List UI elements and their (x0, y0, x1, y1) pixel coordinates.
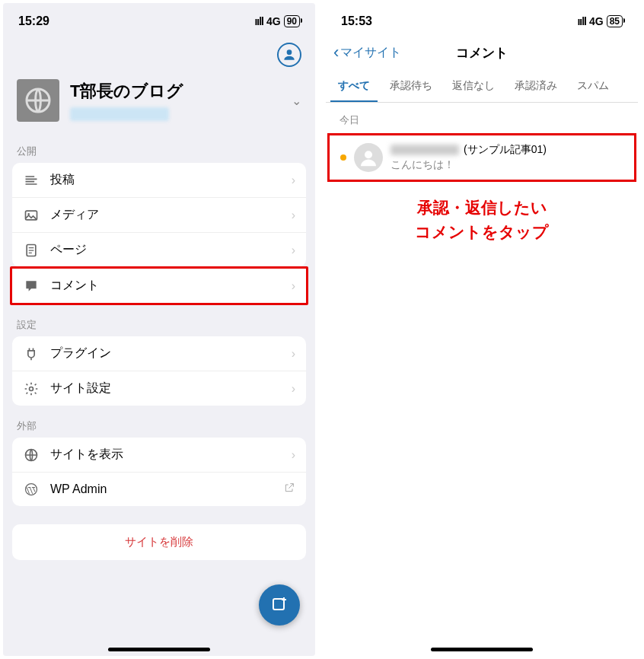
chevron-right-icon: › (292, 279, 295, 293)
media-icon (23, 208, 40, 223)
status-bar: 15:29 ııll 4G 90 (3, 3, 315, 37)
tab-all[interactable]: すべて (330, 72, 378, 102)
pending-dot-icon (340, 154, 346, 161)
phone-right: 15:53 ııll 4G 85 ‹ マイサイト コメント すべて 承認待ち 返… (326, 3, 638, 656)
row-label: メディア (50, 207, 99, 223)
nav-header: ‹ マイサイト コメント (326, 37, 638, 72)
globe-icon (23, 447, 40, 463)
row-pages[interactable]: ページ › (12, 233, 306, 267)
plugin-icon (23, 346, 40, 361)
chevron-down-icon[interactable]: ⌄ (292, 94, 301, 108)
tab-spam[interactable]: スパム (569, 72, 617, 102)
row-wp-admin[interactable]: WP Admin (12, 473, 306, 506)
account-row (3, 37, 315, 73)
status-right: ııll 4G 85 (577, 15, 623, 27)
compose-icon (270, 596, 289, 614)
back-label: マイサイト (340, 45, 401, 61)
row-plugins[interactable]: プラグイン › (12, 336, 306, 371)
group-publish: 投稿 › メディア › ページ › (12, 163, 306, 267)
wordpress-icon (23, 482, 40, 497)
site-title: T部長のブログ (70, 80, 183, 103)
account-button[interactable] (277, 43, 301, 67)
tab-pending[interactable]: 承認待ち (382, 72, 440, 102)
row-view-site[interactable]: サイトを表示 › (12, 438, 306, 473)
chevron-right-icon: › (292, 448, 295, 462)
section-publish-label: 公開 (3, 131, 315, 163)
tab-approved[interactable]: 承認済み (507, 72, 565, 102)
status-time: 15:53 (341, 14, 372, 28)
person-icon (282, 47, 297, 62)
globe-icon (24, 87, 52, 114)
chevron-right-icon: › (292, 347, 295, 361)
gear-icon (23, 381, 40, 396)
chevron-right-icon: › (292, 244, 295, 257)
comment-post-title: (サンプル記事01) (464, 143, 547, 157)
section-external-label: 外部 (3, 406, 315, 438)
signal-icon: ııll (577, 15, 586, 27)
author-blurred (391, 145, 459, 155)
comment-row-highlighted[interactable]: (サンプル記事01) こんにちは！ (327, 133, 636, 182)
delete-site-button[interactable]: サイトを削除 (12, 524, 306, 560)
site-info: T部長のブログ (70, 80, 183, 121)
home-indicator[interactable] (431, 648, 533, 651)
posts-icon (23, 173, 40, 188)
svg-rect-8 (273, 599, 284, 610)
row-comments[interactable]: コメント › (12, 269, 306, 303)
row-media[interactable]: メディア › (12, 198, 306, 233)
filter-tabs: すべて 承認待ち 返信なし 承認済み スパム (326, 72, 638, 103)
external-link-icon (283, 482, 295, 497)
svg-point-9 (365, 151, 372, 158)
pages-icon (23, 243, 40, 258)
comment-header: (サンプル記事01) (391, 143, 623, 157)
section-settings-label: 設定 (3, 304, 315, 336)
row-label: WP Admin (50, 482, 107, 496)
page-title: コメント (456, 44, 508, 62)
person-icon (357, 146, 380, 169)
row-posts[interactable]: 投稿 › (12, 163, 306, 198)
delete-label: サイトを削除 (125, 535, 193, 548)
row-label: ページ (50, 242, 87, 258)
chevron-right-icon: › (292, 174, 295, 187)
compose-fab[interactable] (259, 584, 300, 626)
row-label: プラグイン (50, 345, 111, 361)
comment-icon (23, 279, 40, 294)
site-header[interactable]: T部長のブログ ⌄ (3, 73, 315, 131)
avatar (354, 143, 383, 172)
site-url-blurred (70, 107, 169, 121)
annotation: 承認・返信したい コメントをタップ (326, 196, 638, 244)
phone-left: 15:29 ııll 4G 90 T部長のブログ ⌄ 公開 投稿 › メディア (3, 3, 315, 656)
group-settings: プラグイン › サイト設定 › (12, 336, 306, 406)
signal-icon: ııll (254, 15, 263, 27)
network-label: 4G (589, 15, 604, 27)
comment-body: (サンプル記事01) こんにちは！ (391, 143, 623, 172)
status-right: ııll 4G 90 (254, 15, 300, 27)
date-group-label: 今日 (326, 103, 638, 133)
battery-icon: 85 (607, 15, 623, 27)
group-external: サイトを表示 › WP Admin (12, 438, 306, 506)
comment-text: こんにちは！ (391, 158, 623, 172)
chevron-left-icon: ‹ (333, 43, 339, 62)
row-label: サイト設定 (50, 380, 111, 396)
row-label: コメント (50, 278, 99, 294)
chevron-right-icon: › (292, 382, 295, 396)
network-label: 4G (266, 15, 281, 27)
row-label: サイトを表示 (50, 447, 123, 463)
group-comments-highlighted: コメント › (10, 266, 308, 305)
back-button[interactable]: ‹ マイサイト (333, 43, 401, 62)
annotation-line1: 承認・返信したい (326, 196, 638, 220)
status-time: 15:29 (18, 14, 49, 28)
home-indicator[interactable] (108, 648, 210, 651)
row-label: 投稿 (50, 172, 75, 188)
battery-icon: 90 (284, 15, 300, 27)
svg-point-0 (287, 49, 292, 55)
status-bar: 15:53 ııll 4G 85 (326, 3, 638, 37)
tab-noreply[interactable]: 返信なし (445, 72, 502, 102)
chevron-right-icon: › (292, 209, 295, 222)
row-site-settings[interactable]: サイト設定 › (12, 371, 306, 406)
annotation-line2: コメントをタップ (326, 220, 638, 244)
site-icon (17, 79, 59, 122)
svg-point-5 (30, 387, 33, 390)
